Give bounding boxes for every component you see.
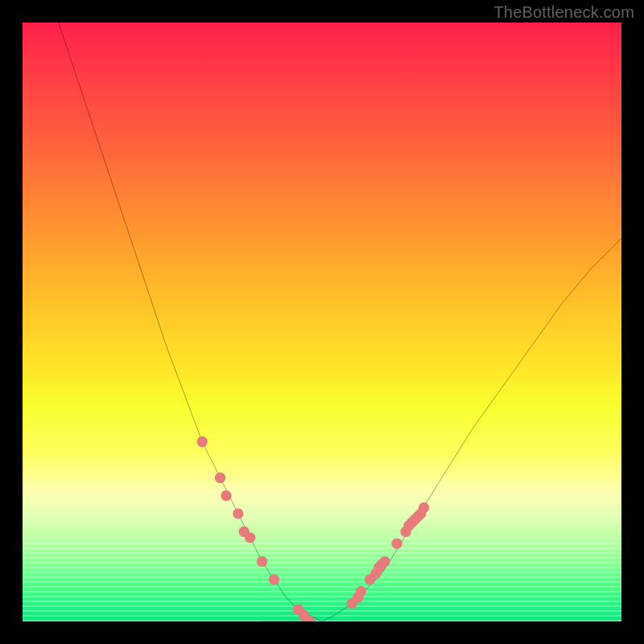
- chart-plot-area: [23, 23, 621, 621]
- watermark-text: TheBottleneck.com: [493, 3, 634, 22]
- chart-frame: TheBottleneck.com: [0, 0, 644, 644]
